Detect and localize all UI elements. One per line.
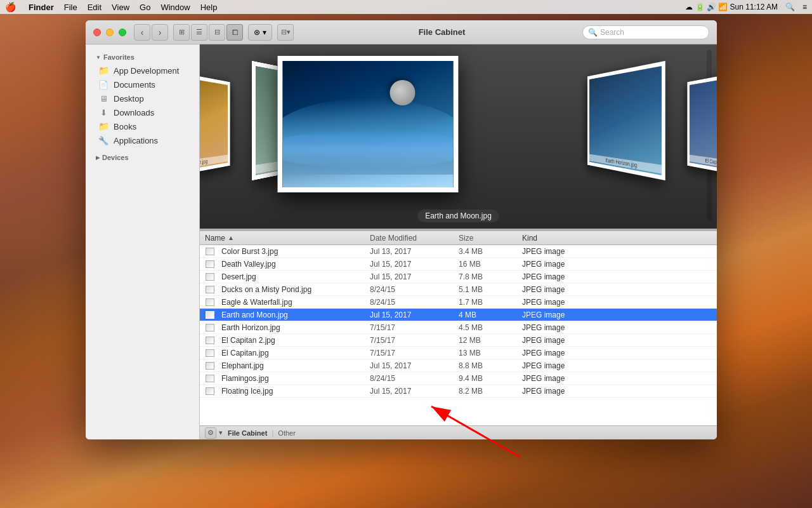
file-icon xyxy=(205,335,215,345)
sidebar-item-downloads[interactable]: ⬇ Downloads xyxy=(88,105,197,119)
col-header-size[interactable]: Size xyxy=(459,234,522,243)
file-size: 9.4 MB xyxy=(459,374,522,383)
coverflow-area: y.jpg Desert.jpg Ducks on a... xyxy=(200,44,717,439)
status-bar-chevron[interactable]: ▾ xyxy=(219,429,223,437)
file-name-text: Elephant.jpg xyxy=(221,361,264,370)
toolbar-views: ⊞ ☰ ⊟ ⧠ xyxy=(173,24,243,41)
sidebar-item-books[interactable]: 📁 Books xyxy=(88,119,197,133)
forward-button[interactable]: › xyxy=(152,24,168,41)
documents-icon: 📄 xyxy=(98,79,108,90)
menu-go[interactable]: Go xyxy=(140,3,150,12)
file-name-cell: Floating Ice.jpg xyxy=(205,386,370,396)
file-name-cell: Death Valley.jpg xyxy=(205,259,370,269)
maximize-button[interactable] xyxy=(119,29,126,36)
finder-window: ‹ › ⊞ ☰ ⊟ ⧠ ⊛ ▾ ⊟▾ File Cabinet 🔍 Search… xyxy=(86,20,717,439)
file-date: Jul 15, 2017 xyxy=(370,387,459,396)
sidebar-devices-header[interactable]: ▶ Devices xyxy=(86,150,199,164)
coverflow-item-center[interactable] xyxy=(278,56,459,192)
file-icon xyxy=(205,361,215,371)
menu-view[interactable]: View xyxy=(112,3,129,12)
status-tag: Other xyxy=(278,429,296,437)
file-row[interactable]: Earth and Moon.jpg Jul 15, 2017 4 MB JPE… xyxy=(200,309,717,321)
file-name-text: El Capitan.jpg xyxy=(221,349,269,358)
file-row[interactable]: El Capitan.jpg 7/15/17 13 MB JPEG image xyxy=(200,347,717,359)
file-size: 5.1 MB xyxy=(459,285,522,294)
icon-view-button[interactable]: ⊞ xyxy=(173,24,190,41)
favorites-label: Favorites xyxy=(103,53,134,61)
file-list: Name ▲ Date Modified Size Kind Color Bur… xyxy=(200,231,717,425)
col-header-name[interactable]: Name ▲ xyxy=(205,234,370,243)
file-kind: JPEG image xyxy=(522,323,712,332)
file-date: Jul 13, 2017 xyxy=(370,247,459,256)
file-size: 8.8 MB xyxy=(459,361,522,370)
apple-menu[interactable]: 🍎 xyxy=(5,2,16,12)
file-name-text: Color Burst 3.jpg xyxy=(221,247,278,256)
file-row[interactable]: Flamingos.jpg 8/24/15 9.4 MB JPEG image xyxy=(200,372,717,385)
file-row[interactable]: Earth Horizon.jpg 7/15/17 4.5 MB JPEG im… xyxy=(200,321,717,334)
file-row[interactable]: Elephant.jpg Jul 15, 2017 8.8 MB JPEG im… xyxy=(200,359,717,372)
sidebar-item-label: App Development xyxy=(114,66,179,76)
sidebar-item-label: Desktop xyxy=(114,94,144,104)
coverflow-item-left-2[interactable]: Desert.jpg xyxy=(200,69,230,180)
sidebar-favorites-header[interactable]: ▼ Favorites xyxy=(86,50,199,64)
file-row[interactable]: Floating Ice.jpg Jul 15, 2017 8.2 MB JPE… xyxy=(200,385,717,398)
sidebar-item-desktop[interactable]: 🖥 Desktop xyxy=(88,91,197,105)
col-header-kind[interactable]: Kind xyxy=(522,234,712,243)
sidebar-item-documents[interactable]: 📄 Documents xyxy=(88,77,197,91)
file-row[interactable]: Death Valley.jpg Jul 15, 2017 16 MB JPEG… xyxy=(200,258,717,271)
file-name-text: El Capitan 2.jpg xyxy=(221,336,275,345)
back-button[interactable]: ‹ xyxy=(134,24,150,41)
menubar-search-icon[interactable]: 🔍 xyxy=(785,3,795,11)
file-icon xyxy=(205,386,215,396)
title-bar: ‹ › ⊞ ☰ ⊟ ⧠ ⊛ ▾ ⊟▾ File Cabinet 🔍 Search xyxy=(86,20,717,44)
file-name-cell: Flamingos.jpg xyxy=(205,373,370,384)
file-size: 8.2 MB xyxy=(459,387,522,396)
close-button[interactable] xyxy=(93,29,101,36)
options-button[interactable]: ⊟▾ xyxy=(277,24,294,41)
file-name-cell: Earth and Moon.jpg xyxy=(205,310,370,320)
file-kind: JPEG image xyxy=(522,387,712,396)
menu-edit[interactable]: Edit xyxy=(88,3,102,12)
sidebar-item-app-development[interactable]: 📁 App Development xyxy=(88,64,197,77)
coverflow-item-right-1[interactable]: Earth Horizon.jpg xyxy=(587,61,665,180)
menu-help[interactable]: Help xyxy=(200,3,218,12)
file-date: 8/24/15 xyxy=(370,374,459,383)
menu-window[interactable]: Window xyxy=(160,3,190,12)
file-kind: JPEG image xyxy=(522,336,712,345)
file-icon xyxy=(205,246,215,257)
file-row[interactable]: Eagle & Waterfall.jpg 8/24/15 1.7 MB JPE… xyxy=(200,296,717,309)
search-bar[interactable]: 🔍 Search xyxy=(582,25,709,39)
file-row[interactable]: El Capitan 2.jpg 7/15/17 12 MB JPEG imag… xyxy=(200,334,717,347)
sort-arrow-icon: ▲ xyxy=(228,234,234,241)
file-icon xyxy=(205,310,215,320)
file-kind: JPEG image xyxy=(522,272,712,281)
arrange-button[interactable]: ⊛ ▾ xyxy=(248,24,272,41)
menu-finder[interactable]: Finder xyxy=(29,3,54,12)
coverflow[interactable]: y.jpg Desert.jpg Ducks on a... xyxy=(200,44,717,229)
file-row[interactable]: Color Burst 3.jpg Jul 13, 2017 3.4 MB JP… xyxy=(200,245,717,258)
file-kind: JPEG image xyxy=(522,298,712,307)
status-gear-button[interactable]: ⚙ xyxy=(205,427,216,439)
file-kind: JPEG image xyxy=(522,247,712,256)
file-kind: JPEG image xyxy=(522,285,712,294)
file-size: 1.7 MB xyxy=(459,298,522,307)
toolbar-nav: ‹ › xyxy=(134,24,168,41)
search-placeholder: Search xyxy=(600,28,624,37)
file-row[interactable]: Desert.jpg Jul 15, 2017 7.8 MB JPEG imag… xyxy=(200,271,717,283)
coverflow-view-button[interactable]: ⧠ xyxy=(226,24,243,41)
file-row[interactable]: Ducks on a Misty Pond.jpg 8/24/15 5.1 MB… xyxy=(200,283,717,296)
coverflow-item-right-2[interactable]: El Capitan 2.jpg xyxy=(687,69,717,180)
file-size: 13 MB xyxy=(459,349,522,358)
menu-file[interactable]: File xyxy=(64,3,77,12)
col-header-date[interactable]: Date Modified xyxy=(370,234,459,243)
minimize-button[interactable] xyxy=(106,29,114,36)
list-view-button[interactable]: ☰ xyxy=(191,24,207,41)
coverflow-track: y.jpg Desert.jpg Ducks on a... xyxy=(200,44,717,203)
file-icon xyxy=(205,259,215,269)
sidebar-item-applications[interactable]: 🔧 Applications xyxy=(88,133,197,147)
status-location: File Cabinet | Other xyxy=(228,429,296,437)
file-name-text: Earth Horizon.jpg xyxy=(221,323,280,332)
column-view-button[interactable]: ⊟ xyxy=(209,24,225,41)
downloads-icon: ⬇ xyxy=(98,107,108,117)
menubar-list-icon[interactable]: ≡ xyxy=(802,3,807,11)
